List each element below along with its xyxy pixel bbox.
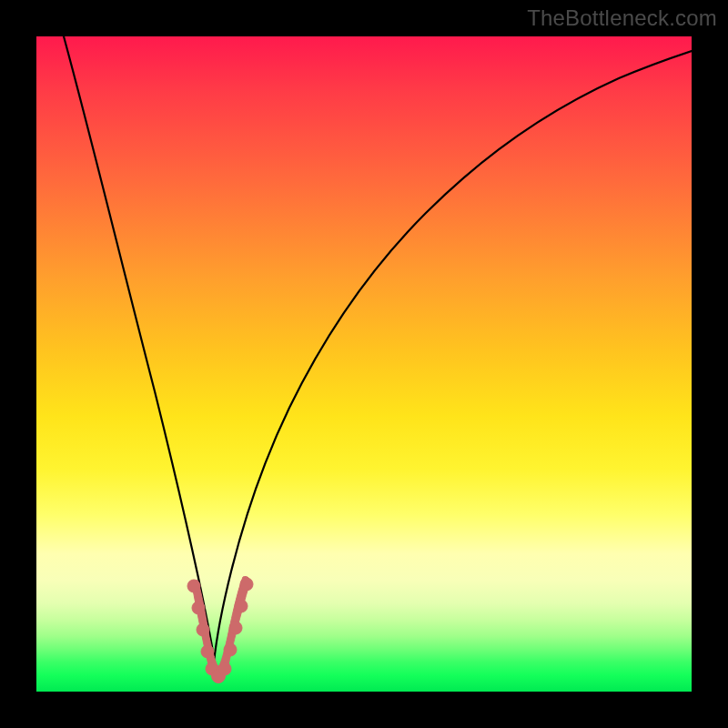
svg-point-8: [229, 622, 242, 634]
optimum-marker: [187, 576, 253, 682]
plot-area: [36, 36, 692, 692]
watermark-text: TheBottleneck.com: [527, 5, 717, 31]
svg-point-10: [240, 578, 253, 591]
svg-point-6: [218, 662, 231, 675]
curve-path: [64, 36, 692, 662]
svg-point-1: [192, 602, 205, 614]
svg-point-3: [201, 645, 214, 658]
svg-point-2: [197, 623, 209, 636]
bottleneck-curve: [36, 36, 692, 692]
svg-point-9: [235, 600, 248, 612]
chart-frame: TheBottleneck.com: [0, 0, 728, 728]
svg-point-0: [187, 580, 200, 592]
svg-point-7: [224, 643, 237, 656]
